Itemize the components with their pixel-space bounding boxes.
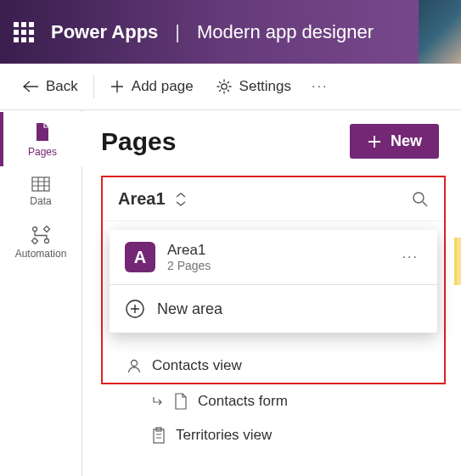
- add-page-button[interactable]: Add page: [99, 73, 204, 100]
- page-title: Pages: [101, 127, 176, 156]
- header-divider: |: [175, 21, 180, 43]
- tree-item-territories-view[interactable]: Territories view: [125, 418, 446, 452]
- settings-label: Settings: [239, 78, 291, 95]
- page-tree: Contacts view: [103, 349, 444, 383]
- area-badge: A: [125, 242, 155, 272]
- header-subtitle: Modern app designer: [197, 21, 374, 43]
- clipboard-icon: [152, 427, 166, 444]
- rail-automation[interactable]: Automation: [0, 216, 82, 268]
- toolbar-sep: [93, 75, 94, 98]
- tree-label: Territories view: [176, 427, 272, 444]
- page-icon: [34, 122, 51, 143]
- rail-pages-label: Pages: [28, 146, 57, 158]
- new-button-label: New: [391, 132, 422, 150]
- table-icon: [31, 176, 50, 192]
- plus-icon: [367, 134, 382, 149]
- main-panel: Pages New Area1 A Area1 2 Pages: [82, 110, 461, 476]
- rail-pages[interactable]: Pages: [0, 112, 82, 166]
- svg-point-2: [33, 227, 37, 232]
- area-option[interactable]: A Area1 2 Pages ···: [110, 230, 437, 284]
- svg-rect-1: [32, 177, 49, 191]
- svg-point-0: [221, 84, 226, 89]
- toolbar: Back Add page Settings ···: [0, 64, 461, 110]
- rail-automation-label: Automation: [15, 248, 67, 260]
- app-title: Power Apps: [51, 21, 158, 43]
- area-dropdown-popup: A Area1 2 Pages ··· New area: [110, 230, 437, 333]
- svg-point-8: [132, 361, 138, 367]
- tree-item-contacts-view[interactable]: Contacts view: [126, 349, 444, 383]
- svg-point-3: [45, 239, 49, 244]
- flow-icon: [31, 226, 51, 244]
- area-dropdown-header[interactable]: Area1: [103, 177, 444, 221]
- plus-icon: [110, 79, 125, 94]
- add-page-label: Add page: [132, 78, 194, 95]
- person-icon: [126, 358, 142, 373]
- area-selector-highlight: Area1 A Area1 2 Pages ··· New are: [101, 176, 446, 384]
- rail-data[interactable]: Data: [0, 166, 82, 216]
- app-launcher-icon[interactable]: [14, 22, 34, 42]
- area-more-icon[interactable]: ···: [399, 249, 422, 265]
- circle-plus-icon: [125, 299, 145, 319]
- area-option-title: Area1: [167, 242, 211, 259]
- new-button[interactable]: New: [350, 124, 439, 159]
- area-header-label: Area1: [118, 189, 166, 209]
- tree-label: Contacts form: [198, 393, 288, 410]
- settings-button[interactable]: Settings: [205, 73, 301, 100]
- search-icon[interactable]: [412, 191, 429, 208]
- tree-item-contacts-form[interactable]: Contacts form: [125, 384, 446, 418]
- area-option-subtitle: 2 Pages: [167, 259, 211, 272]
- back-label: Back: [46, 78, 78, 95]
- new-area-label: New area: [157, 300, 222, 318]
- back-button[interactable]: Back: [12, 73, 88, 100]
- subitem-icon: [152, 395, 164, 407]
- form-icon: [174, 393, 188, 410]
- back-arrow-icon: [22, 80, 39, 93]
- left-rail: Pages Data Automation: [0, 110, 82, 476]
- svg-rect-4: [31, 238, 37, 244]
- tree-label: Contacts view: [152, 357, 242, 374]
- gear-icon: [216, 78, 233, 95]
- sort-icon: [174, 192, 188, 207]
- svg-point-6: [413, 193, 424, 203]
- new-area-button[interactable]: New area: [110, 285, 437, 333]
- app-header: Power Apps | Modern app designer: [0, 0, 461, 64]
- rail-data-label: Data: [30, 195, 51, 207]
- svg-rect-5: [43, 226, 49, 232]
- canvas-edge: [454, 238, 461, 285]
- toolbar-overflow[interactable]: ···: [303, 74, 336, 99]
